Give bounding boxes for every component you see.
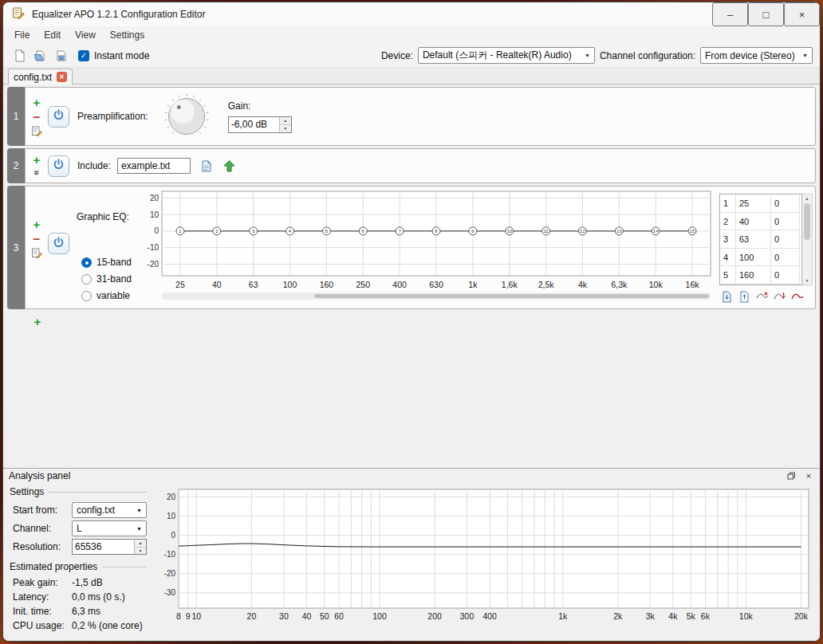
band-table-cell-gain[interactable]: 0 — [771, 249, 800, 267]
invert-response-icon — [756, 291, 769, 302]
power-toggle[interactable] — [48, 233, 69, 254]
scrollbar-thumb[interactable] — [804, 203, 810, 240]
filter-index-handle[interactable]: 1 — [7, 87, 25, 146]
app-window: Equalizer APO 1.2.1 Configuration Editor… — [2, 2, 821, 642]
config-editor-area: 1 + − Preamplification: Gain: — [3, 84, 820, 468]
menu-item-view[interactable]: View — [68, 27, 103, 43]
filter-row-graphic-eq: 3 + − Graphic EQ: 15-band31-bandvariable — [7, 186, 816, 309]
band-table: 1250240036304100051600 — [719, 194, 802, 285]
smooth-response-button[interactable] — [790, 290, 805, 304]
normalize-response-button[interactable] — [772, 290, 787, 304]
save-file-button[interactable] — [52, 46, 70, 65]
band-table-cell-freq[interactable]: 40 — [736, 213, 771, 231]
band-table-cell-gain[interactable]: 0 — [771, 230, 800, 249]
property-value: 0,0 ms (0 s.) — [72, 591, 125, 603]
channel-config-label: Channel configuration: — [600, 50, 695, 61]
band-table-cell-freq[interactable]: 63 — [736, 230, 771, 249]
minimize-button[interactable]: – — [712, 2, 748, 26]
gain-knob[interactable] — [163, 93, 211, 139]
svg-text:10: 10 — [506, 229, 512, 234]
band-table-scrollbar[interactable]: ▲ ▼ — [802, 194, 813, 285]
radio-15-band[interactable]: 15-band — [81, 257, 132, 268]
eq-graph-hscrollbar[interactable] — [162, 293, 711, 300]
tab-close-icon[interactable]: × — [57, 72, 67, 82]
scroll-up-icon[interactable]: ▲ — [802, 196, 812, 201]
remove-filter-icon[interactable]: − — [31, 233, 42, 244]
include-file-input[interactable] — [117, 158, 191, 174]
menu-item-file[interactable]: File — [7, 27, 37, 43]
export-response-button[interactable] — [737, 290, 752, 304]
save-file-icon — [55, 49, 68, 62]
band-table-cell-freq[interactable]: 160 — [736, 266, 771, 285]
eq-table-column: 1250240036304100051600 ▲ ▼ — [715, 191, 815, 304]
power-toggle[interactable] — [48, 155, 69, 177]
add-filter-icon[interactable]: + — [31, 218, 42, 230]
property-label: Latency: — [13, 591, 72, 603]
gain-input[interactable] — [229, 117, 279, 132]
maximize-button[interactable]: □ — [748, 2, 784, 26]
add-filter-icon[interactable]: + — [31, 96, 42, 108]
close-panel-icon[interactable]: × — [803, 470, 814, 481]
spin-up-icon[interactable]: ▲ — [280, 117, 291, 124]
analysis-panel-body: Settings Start from: config.txt ▼ Channe… — [3, 483, 820, 641]
svg-text:20: 20 — [247, 611, 257, 621]
import-response-button[interactable] — [719, 290, 734, 304]
svg-text:40: 40 — [212, 280, 222, 289]
open-included-file-button[interactable] — [219, 156, 238, 175]
band-table-cell-gain[interactable]: 0 — [771, 266, 800, 285]
channel-config-select[interactable]: From device (Stereo) ▼ — [700, 47, 813, 64]
browse-file-button[interactable] — [197, 156, 216, 175]
invert-response-button[interactable] — [754, 290, 770, 304]
resolution-spinbox: ▲ ▼ — [72, 539, 147, 555]
menu-item-settings[interactable]: Settings — [103, 27, 152, 43]
filter-index-handle[interactable]: 2 — [7, 148, 25, 183]
new-file-icon — [14, 49, 26, 62]
start-from-select[interactable]: config.txt ▼ — [72, 502, 147, 518]
device-select[interactable]: Default (스피커 - Realtek(R) Audio) ▼ — [418, 47, 595, 64]
svg-text:2k: 2k — [613, 611, 623, 621]
spin-down-icon[interactable]: ▼ — [135, 547, 146, 555]
filter-index-handle[interactable]: 3 — [7, 186, 25, 309]
resolution-input[interactable] — [73, 540, 134, 554]
collapse-chevron-icon[interactable]: » — [31, 167, 42, 178]
menu-item-edit[interactable]: Edit — [37, 27, 68, 43]
svg-text:25: 25 — [175, 280, 185, 289]
add-filter-icon[interactable]: + — [31, 155, 42, 166]
svg-text:100: 100 — [372, 611, 387, 621]
spin-down-icon[interactable]: ▼ — [280, 124, 291, 132]
svg-text:40: 40 — [302, 611, 312, 621]
chevron-down-icon: ▼ — [136, 526, 142, 532]
new-file-button[interactable] — [10, 46, 29, 65]
edit-filter-icon[interactable] — [31, 125, 42, 136]
edit-filter-icon[interactable] — [31, 247, 42, 258]
band-table-cell-gain[interactable]: 0 — [771, 213, 800, 231]
remove-filter-icon[interactable]: − — [31, 111, 42, 122]
svg-text:20: 20 — [150, 194, 159, 202]
eq-graph[interactable]: 20100-10-2012345678910111213141525406310… — [141, 188, 715, 290]
radio-31-band[interactable]: 31-band — [81, 273, 132, 285]
spin-up-icon[interactable]: ▲ — [135, 540, 146, 547]
band-table-cell-gain[interactable]: 0 — [771, 194, 800, 213]
radio-variable[interactable]: variable — [81, 290, 132, 301]
scrollbar-thumb[interactable] — [314, 294, 709, 298]
float-panel-icon[interactable] — [786, 470, 797, 481]
instant-mode-checkbox[interactable]: ✓ Instant mode — [78, 50, 149, 61]
property-row: Latency:0,0 ms (0 s.) — [13, 591, 147, 603]
add-filter-icon[interactable]: + — [32, 316, 43, 328]
power-toggle[interactable] — [48, 106, 69, 128]
scroll-down-icon[interactable]: ▼ — [802, 278, 812, 283]
tab-config-txt[interactable]: config.txt × — [8, 69, 73, 84]
analysis-graph[interactable]: 20100-10-20-3089102030405060100200300400… — [152, 483, 820, 641]
close-button[interactable]: × — [784, 2, 820, 26]
svg-text:4k: 4k — [668, 611, 678, 621]
band-table-cell-freq[interactable]: 25 — [736, 194, 771, 213]
property-value: 6,3 ms — [72, 606, 100, 617]
band-table-cell-freq[interactable]: 100 — [736, 249, 771, 267]
export-response-icon — [738, 291, 750, 303]
open-file-button[interactable] — [31, 46, 49, 65]
property-row: CPU usage:0,2 % (one core) — [13, 620, 147, 631]
radio-label: variable — [96, 290, 130, 301]
channel-value: L — [77, 523, 82, 534]
channel-config-value: From device (Stereo) — [705, 50, 795, 61]
channel-select[interactable]: L ▼ — [72, 520, 147, 536]
